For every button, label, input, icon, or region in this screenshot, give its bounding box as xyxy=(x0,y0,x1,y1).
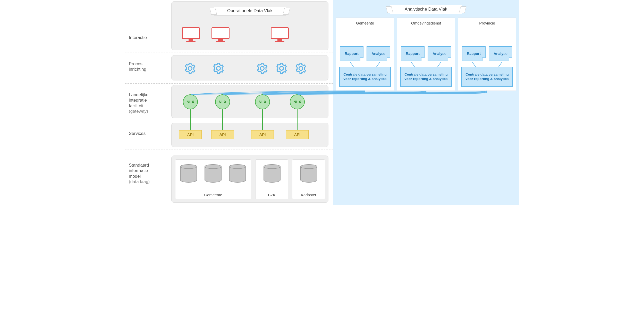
doc-analyse: Analyse xyxy=(367,46,390,61)
connector xyxy=(262,109,263,130)
src-title: Gemeente xyxy=(175,193,251,197)
doc-rapport: Rapport xyxy=(340,46,363,61)
org-card-gemeente: Gemeente Rapport Analyse Centrale data v… xyxy=(336,18,394,91)
banner-operational: Operationele Data Vlak xyxy=(214,6,286,15)
org-title: Gemeente xyxy=(336,18,394,27)
text: model xyxy=(129,174,141,179)
doc-rapport: Rapport xyxy=(462,46,486,61)
api-box: API xyxy=(251,130,274,139)
text: Analyse xyxy=(433,52,446,56)
db-icon: BRP xyxy=(264,164,281,184)
nlx-node: NLX xyxy=(183,94,198,109)
nlx-node: NLX xyxy=(290,94,305,109)
rowlabel-datalaag: Standaard informatie model (data laag) xyxy=(129,162,167,184)
rowlabel-gateway: Landelijke integratie faciliteit (gatewa… xyxy=(129,92,167,114)
org-card-omgevingsdienst: Omgevingsdienst Rapport Analyse Centrale… xyxy=(397,18,455,91)
db-icon: BAG xyxy=(300,164,317,184)
fold-icon xyxy=(387,58,390,61)
central-box: Centrale data verzameling voor reporting… xyxy=(339,67,391,87)
text: (data laag) xyxy=(129,179,150,184)
text: Standaard xyxy=(129,163,149,168)
org-title: Omgevingsdienst xyxy=(397,18,455,27)
text: Rapport xyxy=(345,52,359,56)
text: Analyse xyxy=(371,52,385,56)
text: informatie xyxy=(129,168,148,173)
fold-icon xyxy=(482,58,486,61)
banner-analytical: Analytische Data Vlak xyxy=(390,5,462,14)
src-card-gemeente: Burgerzaken Werk& Ink. Ruimt.domein Geme… xyxy=(175,159,251,199)
doc-analyse: Analyse xyxy=(489,46,512,61)
rowlabel-proces: Proces inrichting xyxy=(129,61,167,72)
gear-icon xyxy=(257,63,268,74)
text: Rapport xyxy=(406,52,420,56)
diagram-canvas: Interactie Proces inrichting Landelijke … xyxy=(125,0,519,205)
monitor-icon xyxy=(182,27,200,43)
api-box: API xyxy=(286,130,309,139)
analytical-panel: Analytische Data Vlak Gemeente Rapport A… xyxy=(333,0,519,205)
central-box: Centrale data verzameling voor reporting… xyxy=(461,67,513,87)
rowlabel-services: Services xyxy=(129,131,167,136)
central-box: Centrale data verzameling voor reporting… xyxy=(400,67,452,87)
op-panel-interactie: Operationele Data Vlak xyxy=(171,1,328,50)
text: inrichting xyxy=(129,67,146,72)
api-box: API xyxy=(211,130,234,139)
src-card-kadaster: BAG Kadaster xyxy=(292,159,325,199)
text: Proces xyxy=(129,61,142,66)
nlx-node: NLX xyxy=(215,94,230,109)
monitor-icon xyxy=(211,27,230,43)
text: (gateway) xyxy=(129,109,148,114)
fold-icon xyxy=(509,58,512,61)
gear-icon xyxy=(184,63,196,74)
text: Analyse xyxy=(494,52,507,56)
src-title: BZK xyxy=(256,193,288,197)
doc-analyse: Analyse xyxy=(428,46,451,61)
org-title: Provincie xyxy=(458,18,516,27)
text: faciliteit xyxy=(129,103,143,108)
connector xyxy=(190,109,191,130)
text: Rapport xyxy=(467,52,481,56)
db-icon: Burgerzaken xyxy=(180,164,197,184)
connector xyxy=(297,109,298,130)
api-box: API xyxy=(179,130,202,139)
connector xyxy=(222,109,223,130)
fold-icon xyxy=(448,58,451,61)
fold-icon xyxy=(360,58,363,61)
gear-icon xyxy=(213,63,224,74)
op-panel-proces xyxy=(171,55,328,80)
gear-icon xyxy=(276,63,287,74)
monitor-icon xyxy=(271,27,289,43)
src-title: Kadaster xyxy=(292,193,325,197)
gear-icon xyxy=(295,63,307,74)
src-card-bzk: BRP BZK xyxy=(255,159,288,199)
rowlabel-interactie: Interactie xyxy=(129,35,167,40)
text: Landelijke xyxy=(129,92,149,97)
db-icon: Werk& Ink. xyxy=(205,164,222,184)
op-panel-datalaag: Burgerzaken Werk& Ink. Ruimt.domein Geme… xyxy=(171,156,328,203)
text: integratie xyxy=(129,98,147,103)
fold-icon xyxy=(421,58,425,61)
nlx-node: NLX xyxy=(255,94,270,109)
org-card-provincie: Provincie Rapport Analyse Centrale data … xyxy=(458,18,516,91)
doc-rapport: Rapport xyxy=(401,46,425,61)
db-icon: Ruimt.domein xyxy=(229,164,246,184)
